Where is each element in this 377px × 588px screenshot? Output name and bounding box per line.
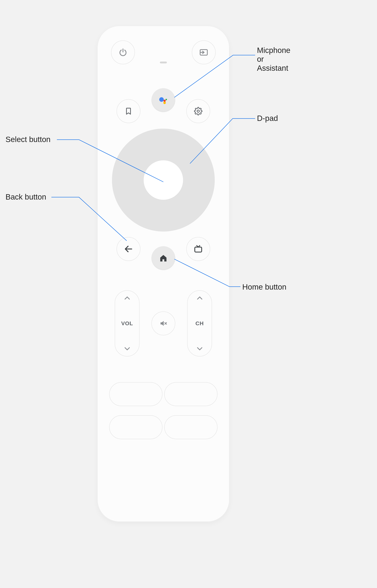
mute-icon — [159, 319, 168, 328]
input-icon — [199, 48, 209, 57]
chevron-down-icon — [196, 346, 203, 351]
svg-point-3 — [164, 99, 166, 102]
diagram-canvas: VOL CH Micphone or Assistant — [0, 0, 377, 588]
gear-icon — [194, 107, 202, 115]
svg-rect-8 — [195, 247, 202, 252]
volume-rocker[interactable]: VOL — [115, 290, 140, 356]
svg-point-4 — [165, 99, 167, 100]
back-arrow-icon — [124, 244, 133, 254]
guide-button[interactable] — [186, 237, 210, 261]
settings-button[interactable] — [186, 99, 210, 123]
callout-select: Select button — [5, 135, 50, 144]
home-icon — [159, 254, 168, 263]
bookmark-icon — [124, 107, 132, 115]
status-led — [160, 61, 167, 63]
tv-icon — [194, 245, 203, 254]
back-button[interactable] — [117, 237, 141, 261]
chevron-up-icon — [124, 296, 130, 300]
volume-label: VOL — [121, 320, 133, 327]
channel-rocker[interactable]: CH — [187, 290, 212, 356]
callout-assistant: Micphone or Assistant — [257, 46, 290, 73]
d-pad[interactable] — [112, 129, 215, 232]
app-shortcut-4[interactable] — [164, 415, 217, 439]
bookmark-button[interactable] — [117, 99, 141, 123]
power-button[interactable] — [111, 40, 135, 64]
home-button[interactable] — [152, 246, 175, 270]
callout-home: Home button — [242, 283, 286, 292]
chevron-down-icon — [124, 346, 130, 351]
select-button[interactable] — [144, 160, 183, 200]
input-button[interactable] — [192, 40, 216, 64]
channel-label: CH — [195, 320, 204, 327]
remote-body: VOL CH — [97, 26, 229, 522]
mute-button[interactable] — [152, 311, 175, 335]
svg-point-2 — [159, 97, 164, 102]
svg-point-6 — [197, 110, 199, 112]
assistant-button[interactable] — [152, 88, 175, 112]
app-shortcut-3[interactable] — [109, 415, 163, 439]
app-shortcut-2[interactable] — [164, 382, 217, 406]
assistant-icon — [158, 95, 168, 105]
svg-point-5 — [163, 102, 166, 104]
app-shortcut-1[interactable] — [109, 382, 163, 406]
callout-dpad: D-pad — [257, 114, 278, 123]
chevron-up-icon — [196, 296, 203, 300]
power-icon — [118, 48, 128, 57]
callout-back: Back button — [5, 193, 46, 201]
